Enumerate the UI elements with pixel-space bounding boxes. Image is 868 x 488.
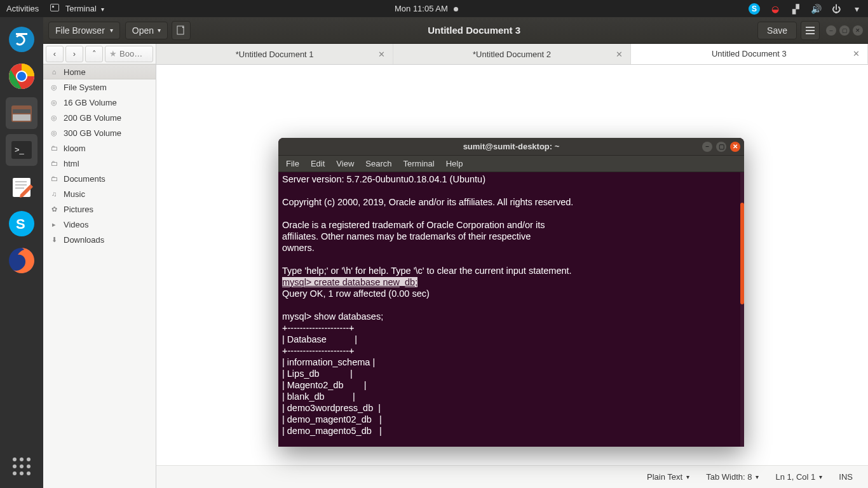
sidebar-item-home[interactable]: ⌂Home: [43, 64, 156, 79]
terminal-close-button[interactable]: ✕: [730, 142, 740, 152]
sidebar-item-16-gb-volume[interactable]: ◎16 GB Volume: [43, 95, 156, 110]
folder-icon: 🗀: [50, 144, 58, 152]
tab-document-1[interactable]: *Untitled Document 1✕: [156, 44, 393, 64]
dock-skype-icon[interactable]: S: [6, 208, 37, 240]
sidebar-item-music[interactable]: ♫Music: [43, 186, 156, 201]
sidebar-item-videos[interactable]: ▸Videos: [43, 217, 156, 232]
new-file-icon: [176, 25, 186, 36]
dock: >_ S: [0, 17, 43, 488]
network-tray-icon[interactable]: ▞: [790, 4, 801, 14]
tab-width-dropdown[interactable]: Tab Width: 8 ▾: [706, 472, 759, 482]
hamburger-menu-button[interactable]: [801, 21, 820, 40]
minimize-button[interactable]: –: [826, 25, 836, 36]
svg-point-5: [17, 72, 26, 81]
dock-docker-icon[interactable]: [6, 24, 37, 55]
nav-forward-button[interactable]: ›: [65, 46, 83, 62]
volume-tray-icon[interactable]: 🔊: [811, 4, 821, 14]
terminal-icon: [50, 4, 59, 11]
dock-files-icon[interactable]: [6, 97, 37, 129]
dock-terminal-icon[interactable]: >_: [6, 134, 37, 166]
open-label: Open: [132, 25, 154, 36]
terminal-menu-view[interactable]: View: [336, 159, 354, 168]
maximize-button[interactable]: ▢: [839, 25, 850, 36]
terminal-body[interactable]: Server version: 5.7.26-0ubuntu0.18.04.1 …: [278, 172, 744, 447]
notification-dot-icon: [454, 7, 458, 11]
show-applications-button[interactable]: [13, 458, 31, 475]
music-icon: ♫: [50, 189, 58, 198]
dock-firefox-icon[interactable]: [6, 245, 37, 276]
chevron-down-icon: ▾: [110, 27, 113, 34]
sidebar-item-label: 200 GB Volume: [64, 113, 121, 123]
sidebar-item-label: Music: [64, 189, 85, 199]
terminal-window[interactable]: sumit@sumit-desktop: ~ – ▢ ✕ FileEditVie…: [278, 138, 744, 447]
insert-mode: INS: [839, 472, 853, 482]
dock-gedit-icon[interactable]: [6, 171, 37, 203]
sidebar-item-file-system[interactable]: ◎File System: [43, 79, 156, 95]
nav-up-button[interactable]: ˄: [85, 46, 103, 62]
sidebar-item-kloom[interactable]: 🗀kloom: [43, 140, 156, 156]
cursor-position[interactable]: Ln 1, Col 1 ▾: [775, 472, 822, 482]
power-tray-icon[interactable]: ⏻: [831, 4, 841, 14]
star-icon: ★: [109, 49, 117, 58]
syntax-dropdown[interactable]: Plain Text ▾: [647, 472, 689, 482]
bookmarks-dropdown[interactable]: ★ Boo…: [105, 46, 153, 62]
save-button[interactable]: Save: [757, 22, 797, 39]
terminal-menu-edit[interactable]: Edit: [311, 159, 325, 168]
topbar-app-menu[interactable]: Terminal ▾: [50, 4, 104, 13]
sidebar-item-200-gb-volume[interactable]: ◎200 GB Volume: [43, 110, 156, 125]
update-tray-icon[interactable]: ◒: [770, 4, 780, 14]
status-bar: Plain Text ▾ Tab Width: 8 ▾ Ln 1, Col 1 …: [156, 465, 868, 488]
sidebar-item-300-gb-volume[interactable]: ◎300 GB Volume: [43, 125, 156, 140]
sidebar-item-label: html: [64, 159, 79, 168]
tab-document-3[interactable]: Untitled Document 3✕: [631, 44, 868, 64]
close-button[interactable]: ✕: [853, 25, 863, 36]
window-controls: – ▢ ✕: [826, 25, 863, 36]
terminal-minimize-button[interactable]: –: [702, 142, 712, 152]
gedit-header-bar: File Browser ▾ Open ▾ Untitled Document …: [43, 17, 868, 44]
sidebar-item-label: 300 GB Volume: [64, 128, 121, 138]
chevron-down-icon: ▾: [756, 473, 759, 480]
terminal-menu-help[interactable]: Help: [446, 159, 463, 168]
disk-icon: ◎: [50, 113, 58, 122]
terminal-menu-search[interactable]: Search: [365, 159, 391, 168]
tab-label: *Untitled Document 2: [473, 50, 551, 59]
clock[interactable]: Mon 11:05 AM: [395, 4, 448, 13]
terminal-scrollbar[interactable]: [740, 172, 744, 447]
skype-tray-icon[interactable]: S: [749, 3, 760, 15]
tab-document-2[interactable]: *Untitled Document 2✕: [393, 44, 630, 64]
window-title: Untitled Document 3: [191, 25, 757, 36]
chevron-down-icon: ▾: [158, 27, 161, 34]
sidebar-item-html[interactable]: 🗀html: [43, 156, 156, 171]
activities-button[interactable]: Activities: [6, 4, 39, 13]
tab-close-button[interactable]: ✕: [853, 49, 860, 58]
tab-close-button[interactable]: ✕: [378, 50, 385, 59]
down-icon: ⬇: [50, 235, 58, 244]
sidebar-item-documents[interactable]: 🗀Documents: [43, 171, 156, 186]
home-icon: ⌂: [50, 67, 58, 76]
hamburger-icon: [806, 27, 815, 34]
sidebar-item-downloads[interactable]: ⬇Downloads: [43, 232, 156, 247]
terminal-menu-terminal[interactable]: Terminal: [403, 159, 435, 168]
dock-chrome-icon[interactable]: [6, 60, 37, 92]
system-menu-caret-icon[interactable]: ▾: [851, 4, 862, 14]
scrollbar-thumb[interactable]: [740, 203, 744, 304]
sidebar-toolbar: ‹ › ˄ ★ Boo…: [43, 44, 156, 64]
sidebar-item-label: 16 GB Volume: [64, 98, 117, 107]
sidebar-item-label: Home: [64, 67, 86, 77]
sidebar-item-pictures[interactable]: ✿Pictures: [43, 201, 156, 217]
terminal-menu-file[interactable]: File: [286, 159, 299, 168]
terminal-maximize-button[interactable]: ▢: [716, 142, 726, 152]
tab-close-button[interactable]: ✕: [616, 50, 623, 59]
open-button[interactable]: Open ▾: [125, 22, 168, 39]
file-browser-label: File Browser: [55, 25, 105, 36]
nav-back-button[interactable]: ‹: [46, 46, 64, 62]
cursor-position-label: Ln 1, Col 1: [775, 472, 815, 482]
terminal-menu-bar: FileEditViewSearchTerminalHelp: [278, 156, 744, 172]
new-document-button[interactable]: [172, 21, 191, 40]
tab-label: Untitled Document 3: [712, 49, 787, 58]
terminal-title-bar[interactable]: sumit@sumit-desktop: ~ – ▢ ✕: [278, 138, 744, 156]
file-browser-dropdown[interactable]: File Browser ▾: [48, 22, 120, 39]
bookmark-label: Boo…: [119, 49, 142, 58]
chevron-down-icon: ▾: [686, 473, 689, 480]
sidebar-item-label: File System: [64, 83, 107, 92]
